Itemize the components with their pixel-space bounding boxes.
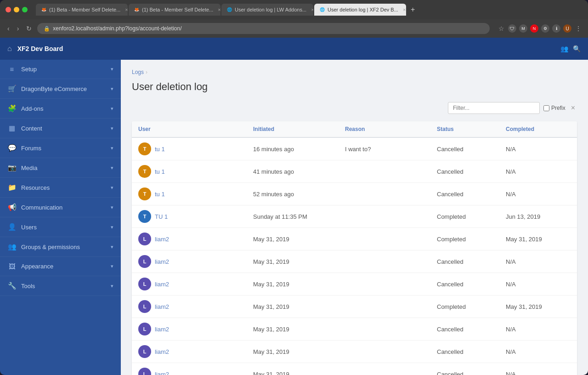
column-user[interactable]: User xyxy=(132,121,247,137)
new-tab-button[interactable]: + xyxy=(407,4,418,16)
user-avatar-6: L xyxy=(138,278,151,290)
users-icon[interactable]: 👥 xyxy=(560,45,568,52)
sidebar-item-communication[interactable]: 📢 Communication ▾ xyxy=(0,198,121,217)
filter-clear-button[interactable]: × xyxy=(569,104,577,112)
data-table: User Initiated Reason Status Completed T… xyxy=(132,121,577,375)
sidebar-item-forums[interactable]: 💬 Forums ▾ xyxy=(0,138,121,158)
table-row: L liam2 May 31, 2019 Cancelled N/A xyxy=(132,341,577,363)
shield-icon[interactable]: 🛡 xyxy=(508,24,516,33)
completed-cell-5: N/A xyxy=(499,254,577,270)
ext-icon-2[interactable]: ⚙ xyxy=(541,24,549,33)
tab-3[interactable]: 🌐 User deletion log | LW Addons... × xyxy=(221,4,313,16)
tab-close-4[interactable]: × xyxy=(403,7,406,12)
completed-cell-1: N/A xyxy=(499,164,577,180)
minimize-button[interactable] xyxy=(14,7,19,12)
user-avatar-5: L xyxy=(138,255,151,268)
content-icon: ▦ xyxy=(7,124,17,132)
appearance-icon: 🖼 xyxy=(7,262,17,270)
user-link-0[interactable]: tu 1 xyxy=(155,146,165,153)
user-link-6[interactable]: liam2 xyxy=(155,281,169,288)
column-completed[interactable]: Completed xyxy=(499,121,577,137)
url-bar[interactable]: 🔒 xenforo2.localhost/admin.php?logs/acco… xyxy=(37,23,490,34)
sidebar-item-communication-left: 📢 Communication xyxy=(7,203,62,211)
user-link-2[interactable]: tu 1 xyxy=(155,191,165,198)
sidebar-item-tools[interactable]: 🔧 Tools ▾ xyxy=(0,276,121,296)
breadcrumb-logs[interactable]: Logs xyxy=(132,69,144,75)
user-link-8[interactable]: liam2 xyxy=(155,326,169,333)
sidebar-item-resources[interactable]: 📁 Resources ▾ xyxy=(0,178,121,198)
sidebar-label-content: Content xyxy=(21,125,42,132)
column-reason[interactable]: Reason xyxy=(339,121,430,137)
reload-button[interactable]: ↻ xyxy=(24,23,34,34)
sidebar-item-dragonbyte[interactable]: 🛒 DragonByte eCommerce ▾ xyxy=(0,79,121,99)
tab-label-4: User deletion log | XF2 Dev B... xyxy=(328,7,398,12)
completed-cell-0: N/A xyxy=(499,141,577,157)
back-button[interactable]: ‹ xyxy=(6,23,11,34)
browser-titlebar: 🦊 (1) Beta - Member Self Delete... × 🦊 (… xyxy=(0,0,588,19)
sidebar-label-users: Users xyxy=(21,224,37,231)
user-link-9[interactable]: liam2 xyxy=(155,348,169,355)
user-link-7[interactable]: liam2 xyxy=(155,303,169,310)
search-icon[interactable]: 🔍 xyxy=(573,45,581,52)
reason-cell-10 xyxy=(339,369,430,375)
bookmark-icon[interactable]: ☆ xyxy=(497,24,505,33)
user-link-4[interactable]: liam2 xyxy=(155,236,169,243)
sidebar-item-users-left: 👤 Users xyxy=(7,223,37,231)
sidebar-item-media[interactable]: 📷 Media ▾ xyxy=(0,158,121,178)
sidebar-item-dragonbyte-left: 🛒 DragonByte eCommerce xyxy=(7,85,87,93)
initiated-cell-10: May 31, 2019 xyxy=(247,366,339,375)
menu-icon[interactable]: ⋮ xyxy=(574,24,582,33)
user-cell-10: L liam2 xyxy=(132,363,247,375)
chevron-icon-users: ▾ xyxy=(111,224,113,230)
table-header: User Initiated Reason Status Completed xyxy=(132,121,577,138)
user-link-3[interactable]: TU 1 xyxy=(155,213,168,220)
top-nav-icons: 👥 🔍 xyxy=(560,45,581,52)
sidebar-label-media: Media xyxy=(21,165,37,171)
tab-4[interactable]: 🌐 User deletion log | XF2 Dev B... × xyxy=(314,4,406,16)
reason-cell-0: I want to? xyxy=(339,141,430,157)
chevron-icon-appearance: ▾ xyxy=(111,263,113,269)
sidebar-label-addons: Add-ons xyxy=(21,105,43,112)
ext-icon-3[interactable]: ℹ xyxy=(552,24,560,33)
home-icon[interactable]: ⌂ xyxy=(7,45,12,53)
user-link-5[interactable]: liam2 xyxy=(155,258,169,265)
sidebar-label-tools: Tools xyxy=(21,283,35,290)
sidebar-item-content[interactable]: ▦ Content ▾ xyxy=(0,119,121,138)
breadcrumb-separator: › xyxy=(146,69,147,75)
sidebar-item-setup[interactable]: ≡ Setup ▾ xyxy=(0,60,121,79)
user-avatar-1: T xyxy=(138,165,151,178)
chevron-icon-forums: ▾ xyxy=(111,145,113,151)
close-button[interactable] xyxy=(6,7,11,12)
user-avatar-icon[interactable]: U xyxy=(563,24,571,33)
page-title: User deletion log xyxy=(132,81,577,93)
prefix-checkbox[interactable] xyxy=(543,105,549,111)
status-cell-7: Completed xyxy=(430,299,499,315)
maximize-button[interactable] xyxy=(22,7,28,12)
groups-icon: 👥 xyxy=(7,243,17,251)
ext-icon-1[interactable]: M xyxy=(519,24,527,33)
sidebar-item-groups[interactable]: 👥 Groups & permissions ▾ xyxy=(0,237,121,257)
user-link-1[interactable]: tu 1 xyxy=(155,168,165,175)
tab-close-1[interactable]: × xyxy=(125,7,128,12)
tab-close-2[interactable]: × xyxy=(218,7,220,12)
chevron-icon-dragonbyte: ▾ xyxy=(111,86,113,92)
sidebar-item-addons[interactable]: 🧩 Add-ons ▾ xyxy=(0,99,121,119)
tab-favicon-3: 🌐 xyxy=(227,6,232,13)
tab-2[interactable]: 🦊 (1) Beta - Member Self Delete... × xyxy=(129,4,220,16)
netflix-icon[interactable]: N xyxy=(530,24,538,33)
status-cell-6: Cancelled xyxy=(430,276,499,292)
sidebar-label-groups: Groups & permissions xyxy=(21,244,80,250)
tab-1[interactable]: 🦊 (1) Beta - Member Self Delete... × xyxy=(36,4,128,16)
sidebar-item-groups-left: 👥 Groups & permissions xyxy=(7,243,80,251)
filter-input[interactable] xyxy=(448,102,540,114)
column-initiated[interactable]: Initiated xyxy=(247,121,339,137)
table-row: L liam2 May 31, 2019 Cancelled N/A xyxy=(132,318,577,341)
user-link-10[interactable]: liam2 xyxy=(155,371,169,375)
sidebar-label-forums: Forums xyxy=(21,145,41,152)
completed-cell-3: Jun 13, 2019 xyxy=(499,209,577,225)
sidebar-item-users[interactable]: 👤 Users ▾ xyxy=(0,217,121,237)
tab-close-3[interactable]: × xyxy=(311,7,313,12)
forward-button[interactable]: › xyxy=(15,23,21,34)
column-status[interactable]: Status xyxy=(430,121,499,137)
sidebar-item-appearance[interactable]: 🖼 Appearance ▾ xyxy=(0,257,121,276)
